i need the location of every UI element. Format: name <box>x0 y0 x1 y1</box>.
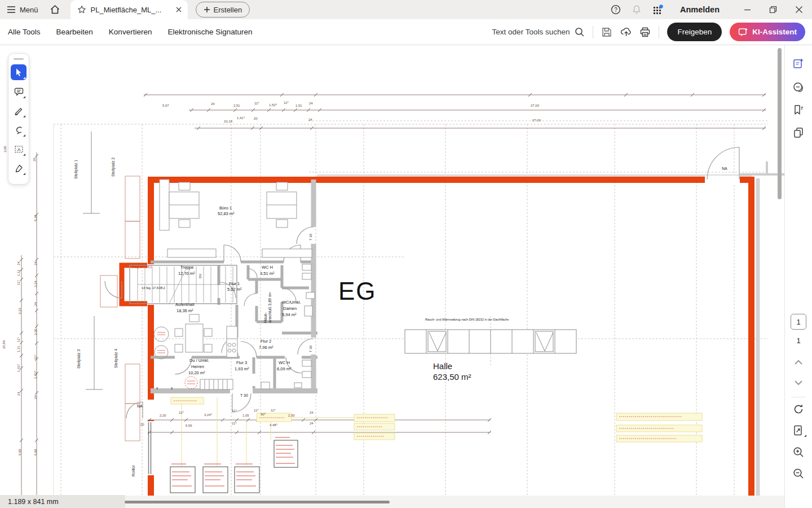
document-tab[interactable]: PL_Mietfläche_ML_... <box>70 0 188 19</box>
restore-button[interactable] <box>760 0 786 19</box>
cloud-upload-icon <box>620 27 632 38</box>
flyout-indicator <box>23 77 25 79</box>
draw-tool[interactable] <box>11 103 27 119</box>
main-toolbar: Alle Tools Bearbeiten Konvertieren Elekt… <box>0 19 812 45</box>
close-button[interactable] <box>786 0 812 19</box>
lasso-icon <box>14 125 24 135</box>
upload-cloud-button[interactable] <box>620 27 632 38</box>
ai-summary-panel-button[interactable] <box>792 58 805 70</box>
right-panel-rail: 1 1 <box>784 45 812 508</box>
flyout-indicator <box>804 435 806 437</box>
bookmark-icon <box>792 104 805 116</box>
flyout-indicator <box>23 96 25 98</box>
create-label: Erstellen <box>214 6 242 14</box>
lasso-tool[interactable] <box>11 122 27 138</box>
rotate-page-button[interactable] <box>792 403 805 415</box>
ai-summary-icon <box>792 58 805 70</box>
share-button[interactable]: Freigeben <box>667 23 722 41</box>
toolbar-right: Text oder Tools suchen Freigeben KI-Assi… <box>492 23 812 41</box>
svg-text:?: ? <box>614 7 617 13</box>
minimize-button[interactable] <box>734 0 760 19</box>
zoom-in-icon <box>792 446 805 458</box>
star-icon[interactable] <box>77 5 86 14</box>
title-bar-right: ? Anmelden <box>611 0 812 19</box>
sign-in-button[interactable]: Anmelden <box>680 5 720 14</box>
help-icon: ? <box>611 5 621 15</box>
tab-close-icon[interactable] <box>175 6 182 13</box>
pencil-icon <box>14 106 24 116</box>
text-select-icon: A <box>14 144 24 154</box>
flyout-indicator <box>23 154 25 156</box>
save-icon <box>601 27 612 38</box>
divider <box>659 26 659 38</box>
search-label: Text oder Tools suchen <box>492 28 570 36</box>
divider <box>593 26 593 38</box>
nav-konvertieren[interactable]: Konvertieren <box>109 28 152 36</box>
skylight-strip <box>405 330 576 353</box>
menu-label: Menü <box>20 6 38 14</box>
create-button[interactable]: Erstellen <box>196 2 250 17</box>
bookmarks-panel-button[interactable] <box>792 104 805 116</box>
previous-page-button[interactable] <box>792 358 805 371</box>
comments-panel-button[interactable] <box>792 81 805 94</box>
search-control[interactable]: Text oder Tools suchen <box>492 27 585 37</box>
save-button[interactable] <box>601 27 612 38</box>
select-tool[interactable] <box>11 64 27 80</box>
help-button[interactable]: ? <box>611 5 621 15</box>
menu-button[interactable]: Menü <box>7 6 38 14</box>
next-page-button[interactable] <box>792 379 805 391</box>
fit-page-icon <box>792 424 805 437</box>
horizontal-scrollbar-thumb[interactable] <box>125 501 390 503</box>
vertical-scrollbar[interactable] <box>778 47 782 499</box>
bell-icon <box>632 5 642 15</box>
floorplan-drawing <box>0 45 812 508</box>
comments-icon <box>792 81 805 94</box>
copy-pages-icon <box>792 126 805 139</box>
stairs <box>130 265 237 304</box>
panel-drag-handle[interactable] <box>14 58 24 60</box>
acrobat-window: Büro 152,83 m²Treppe12,70 m²Flur 15,62 m… <box>0 0 812 508</box>
pages-panel-button[interactable] <box>792 126 805 139</box>
ai-assistant-icon <box>738 28 748 37</box>
divider <box>791 397 806 397</box>
zoom-in-button[interactable] <box>792 446 805 458</box>
flyout-indicator <box>23 115 25 117</box>
flyout-indicator <box>23 134 25 137</box>
vertical-scrollbar-thumb[interactable] <box>778 48 782 199</box>
doors <box>105 147 739 418</box>
fit-page-button[interactable] <box>792 424 805 437</box>
ai-assistant-button[interactable]: KI-Assistent <box>730 23 805 41</box>
apps-grid-button[interactable] <box>652 5 663 15</box>
restore-icon <box>769 6 777 14</box>
nav-bearbeiten[interactable]: Bearbeiten <box>56 28 93 36</box>
cursor-icon <box>14 68 23 77</box>
print-button[interactable] <box>639 27 651 38</box>
home-button[interactable] <box>50 5 60 15</box>
close-icon <box>795 6 803 14</box>
share-label: Freigeben <box>677 28 712 36</box>
nav-alle-tools[interactable]: Alle Tools <box>8 28 41 36</box>
document-viewer[interactable]: Büro 152,83 m²Treppe12,70 m²Flur 15,62 m… <box>0 45 785 508</box>
rotate-icon <box>792 403 805 415</box>
comment-tool[interactable] <box>11 84 27 99</box>
plus-icon <box>204 6 210 13</box>
nav-esignaturen[interactable]: Elektronische Signaturen <box>167 28 252 36</box>
search-icon <box>575 27 585 37</box>
dimension-ticks <box>20 93 766 508</box>
quick-tools-panel: A <box>8 53 29 185</box>
select-text-tool[interactable]: A <box>11 141 27 157</box>
fill-sign-tool[interactable] <box>11 160 27 176</box>
zoom-out-button[interactable] <box>792 467 805 480</box>
chevron-up-icon <box>792 358 805 366</box>
apps-grid-icon <box>652 5 664 16</box>
tab-title: PL_Mietfläche_ML_... <box>91 6 171 14</box>
minimize-icon <box>744 6 751 14</box>
printer-icon <box>639 27 651 38</box>
sign-pen-icon <box>14 164 24 173</box>
zoom-out-icon <box>792 467 805 480</box>
svg-text:A: A <box>17 146 20 152</box>
title-bar: Menü PL_Mietfläche_ML_... Erstellen ? <box>0 0 812 19</box>
notifications-button[interactable] <box>632 5 642 15</box>
chevron-down-icon <box>792 379 805 387</box>
page-number-input[interactable]: 1 <box>791 314 806 330</box>
